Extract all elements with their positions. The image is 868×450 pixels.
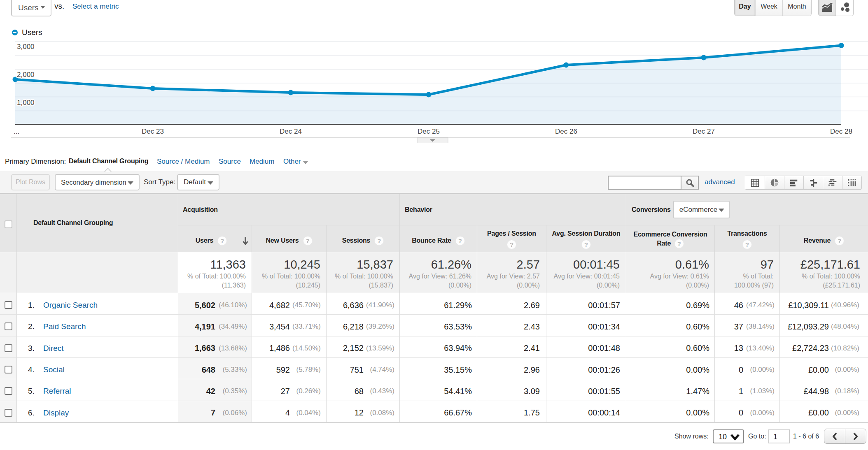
svg-text:3,000: 3,000	[17, 43, 35, 51]
svg-text:1,000: 1,000	[17, 99, 35, 107]
svg-text:Dec 26: Dec 26	[555, 128, 577, 135]
svg-text:...: ...	[14, 128, 19, 135]
svg-text:Dec 24: Dec 24	[280, 128, 302, 135]
svg-text:2,000: 2,000	[17, 71, 35, 79]
svg-text:Dec 23: Dec 23	[142, 128, 164, 135]
svg-text:Dec 28: Dec 28	[830, 128, 852, 135]
svg-text:Dec 25: Dec 25	[418, 128, 440, 135]
svg-text:Dec 27: Dec 27	[693, 128, 715, 135]
